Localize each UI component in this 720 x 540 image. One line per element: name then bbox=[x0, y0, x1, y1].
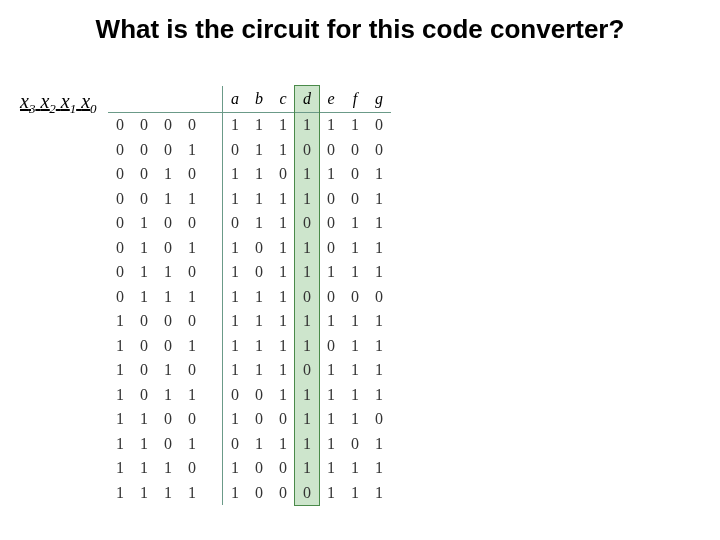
output-cell: 1 bbox=[247, 138, 271, 163]
col-e: e bbox=[319, 86, 343, 113]
output-cell: 1 bbox=[295, 236, 319, 261]
output-cell: 0 bbox=[271, 407, 295, 432]
output-cell: 1 bbox=[271, 383, 295, 408]
spacer bbox=[204, 285, 223, 310]
output-cell: 0 bbox=[295, 481, 319, 506]
output-cell: 1 bbox=[271, 334, 295, 359]
input-cell: 0 bbox=[156, 138, 180, 163]
output-cell: 1 bbox=[343, 236, 367, 261]
output-cell: 0 bbox=[343, 285, 367, 310]
table-row: 10101110111 bbox=[108, 358, 391, 383]
output-cell: 1 bbox=[223, 162, 247, 187]
spacer bbox=[204, 358, 223, 383]
output-cell: 1 bbox=[367, 162, 391, 187]
spacer bbox=[204, 138, 223, 163]
output-cell: 1 bbox=[295, 113, 319, 138]
output-cell: 1 bbox=[223, 358, 247, 383]
spacer bbox=[204, 407, 223, 432]
input-cell: 0 bbox=[156, 211, 180, 236]
output-cell: 1 bbox=[319, 456, 343, 481]
output-cell: 1 bbox=[367, 383, 391, 408]
input-cell: 0 bbox=[132, 187, 156, 212]
output-cell: 1 bbox=[319, 113, 343, 138]
output-cell: 1 bbox=[247, 285, 271, 310]
output-cell: 1 bbox=[343, 334, 367, 359]
output-cell: 0 bbox=[319, 138, 343, 163]
input-cell: 0 bbox=[108, 236, 132, 261]
output-cell: 0 bbox=[247, 407, 271, 432]
truth-table-container: a b c d e f g 00001111110000101100000010… bbox=[108, 86, 391, 505]
input-cell: 1 bbox=[132, 236, 156, 261]
spacer bbox=[204, 481, 223, 506]
truth-table: a b c d e f g 00001111110000101100000010… bbox=[108, 86, 391, 505]
output-cell: 1 bbox=[367, 456, 391, 481]
input-cell: 0 bbox=[180, 162, 204, 187]
input-cell: 1 bbox=[156, 285, 180, 310]
input-cell: 1 bbox=[180, 334, 204, 359]
output-cell: 0 bbox=[343, 187, 367, 212]
spacer bbox=[204, 86, 223, 113]
output-cell: 0 bbox=[247, 236, 271, 261]
col-b: b bbox=[247, 86, 271, 113]
input-cell: 1 bbox=[180, 236, 204, 261]
output-cell: 0 bbox=[343, 138, 367, 163]
output-cell: 0 bbox=[223, 211, 247, 236]
output-cell: 0 bbox=[295, 285, 319, 310]
output-cell: 1 bbox=[367, 358, 391, 383]
input-cell: 0 bbox=[156, 309, 180, 334]
col-x3 bbox=[108, 86, 132, 113]
output-cell: 1 bbox=[247, 162, 271, 187]
output-cell: 1 bbox=[271, 187, 295, 212]
output-cell: 1 bbox=[343, 113, 367, 138]
input-cell: 0 bbox=[132, 358, 156, 383]
output-cell: 1 bbox=[271, 432, 295, 457]
input-cell: 1 bbox=[108, 383, 132, 408]
input-cell: 1 bbox=[108, 309, 132, 334]
input-cell: 1 bbox=[156, 481, 180, 506]
spacer bbox=[204, 187, 223, 212]
output-cell: 1 bbox=[367, 187, 391, 212]
col-a: a bbox=[223, 86, 247, 113]
output-cell: 0 bbox=[223, 432, 247, 457]
input-cell: 0 bbox=[180, 309, 204, 334]
output-cell: 1 bbox=[343, 407, 367, 432]
col-d: d bbox=[295, 86, 319, 113]
input-cell: 1 bbox=[156, 187, 180, 212]
output-cell: 1 bbox=[223, 187, 247, 212]
input-cell: 1 bbox=[108, 334, 132, 359]
output-cell: 1 bbox=[223, 456, 247, 481]
output-cell: 1 bbox=[223, 260, 247, 285]
input-cell: 0 bbox=[132, 383, 156, 408]
output-cell: 1 bbox=[319, 358, 343, 383]
output-cell: 1 bbox=[247, 432, 271, 457]
output-cell: 1 bbox=[271, 358, 295, 383]
output-cell: 1 bbox=[223, 236, 247, 261]
output-cell: 0 bbox=[271, 481, 295, 506]
col-x2 bbox=[132, 86, 156, 113]
output-cell: 1 bbox=[367, 236, 391, 261]
input-cell: 0 bbox=[108, 285, 132, 310]
table-row: 11010111101 bbox=[108, 432, 391, 457]
output-cell: 1 bbox=[295, 187, 319, 212]
input-cell: 1 bbox=[132, 456, 156, 481]
output-cell: 1 bbox=[271, 211, 295, 236]
input-cell: 0 bbox=[180, 456, 204, 481]
output-cell: 1 bbox=[343, 358, 367, 383]
output-cell: 0 bbox=[367, 138, 391, 163]
col-x0 bbox=[180, 86, 204, 113]
input-cell: 1 bbox=[132, 481, 156, 506]
input-cell: 1 bbox=[132, 260, 156, 285]
output-cell: 1 bbox=[343, 309, 367, 334]
input-cell: 0 bbox=[156, 432, 180, 457]
output-cell: 0 bbox=[247, 383, 271, 408]
input-cell: 0 bbox=[132, 309, 156, 334]
col-g: g bbox=[367, 86, 391, 113]
output-cell: 1 bbox=[367, 309, 391, 334]
table-row: 01011011011 bbox=[108, 236, 391, 261]
input-cell: 0 bbox=[180, 211, 204, 236]
spacer bbox=[204, 334, 223, 359]
input-cell: 1 bbox=[108, 481, 132, 506]
input-cell: 0 bbox=[180, 260, 204, 285]
input-cell: 1 bbox=[180, 432, 204, 457]
output-cell: 1 bbox=[295, 162, 319, 187]
